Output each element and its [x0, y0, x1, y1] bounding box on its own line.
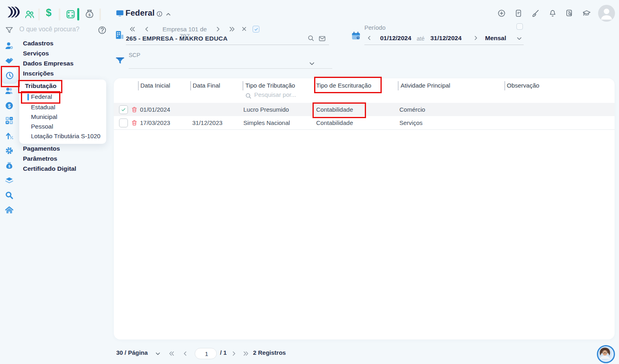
column-header-data-inicial[interactable]: Data Inicial — [140, 82, 170, 89]
next-company-button[interactable] — [214, 25, 222, 33]
sidebar-gear-icon[interactable] — [4, 146, 14, 155]
next-period-button[interactable] — [472, 35, 479, 41]
notifications-icon[interactable] — [548, 9, 557, 18]
period-end-date[interactable]: 31/12/2024 — [430, 35, 462, 42]
sidebar-item-certificado-digital[interactable]: Certificado Digital — [23, 165, 76, 172]
module-money-bag-icon[interactable] — [84, 8, 95, 19]
next-page-button[interactable] — [230, 350, 237, 357]
tributacao-submenu: Tributação Federal Estadual Municipal Pe… — [19, 80, 106, 144]
column-header-tipo-escrituracao[interactable]: Tipo de Escrituração — [316, 82, 371, 89]
submenu-item-federal[interactable]: Federal — [31, 93, 52, 100]
period-start-date[interactable]: 01/12/2024 — [380, 35, 411, 42]
sidebar-item-pagamentos[interactable]: Pagamentos — [23, 145, 60, 152]
delete-row-icon[interactable] — [131, 106, 138, 113]
sidebar-money-bag-icon[interactable] — [4, 161, 14, 170]
previous-period-button[interactable] — [366, 35, 373, 41]
first-company-button[interactable] — [129, 25, 136, 33]
app-logo[interactable] — [7, 6, 21, 18]
graduation-cap-icon[interactable] — [582, 9, 591, 18]
module-dollar-icon[interactable]: $ — [46, 7, 51, 18]
monitor-icon — [115, 9, 124, 18]
document-icon[interactable] — [514, 9, 523, 18]
sidebar-home-icon[interactable] — [4, 205, 14, 215]
company-name[interactable]: 265 - EMPRESA - MAKRO EDUCA — [126, 35, 228, 42]
column-header-tipo-tributacao[interactable]: Tipo de Tributação — [245, 82, 295, 89]
column-header-observacao[interactable]: Observação — [507, 82, 539, 89]
period-label: Período — [364, 24, 386, 31]
period-mode-select[interactable]: Mensal — [485, 35, 506, 42]
company-mail-icon[interactable] — [318, 35, 326, 43]
add-icon[interactable] — [497, 9, 506, 18]
collapse-header-icon[interactable] — [165, 11, 172, 18]
cell-tipo-tributacao: Simples Nacional — [243, 119, 290, 126]
sidebar-search-icon[interactable] — [4, 190, 14, 200]
last-company-button[interactable] — [228, 25, 236, 33]
sidebar-clock-icon[interactable] — [2, 67, 18, 84]
previous-page-button[interactable] — [182, 350, 189, 357]
broom-icon[interactable] — [531, 9, 540, 18]
info-icon[interactable] — [156, 10, 163, 17]
submenu-item-lotacao-tributaria[interactable]: Lotação Tributária S-1020 — [31, 133, 101, 139]
submenu-item-municipal[interactable]: Municipal — [31, 113, 57, 121]
sidebar-user-settings-icon[interactable] — [4, 41, 14, 51]
module-people-icon[interactable] — [24, 9, 35, 20]
module-calculator-icon[interactable] — [65, 9, 76, 20]
period-mode-chevron-down-icon[interactable] — [516, 35, 523, 42]
column-header-data-final[interactable]: Data Final — [193, 82, 220, 89]
last-page-button[interactable] — [242, 350, 249, 357]
records-count: 2 Registros — [253, 349, 286, 356]
first-page-button[interactable] — [168, 350, 175, 357]
cell-tipo-escrituracao: Contabilidade — [316, 106, 353, 113]
table-row[interactable]: 01/01/2024 Lucro Presumido Contabilidade… — [114, 103, 615, 117]
column-header-atividade-principal[interactable]: Atividade Principal — [401, 82, 450, 89]
sidebar-item-dados-empresas[interactable]: Dados Empresas — [23, 60, 74, 67]
document-search-icon[interactable] — [565, 9, 574, 18]
sidebar-item-tributacao[interactable]: Tributação — [25, 82, 56, 90]
user-avatar[interactable] — [598, 5, 615, 22]
scp-filter-icon — [115, 56, 125, 66]
company-underline — [126, 45, 329, 45]
previous-company-button[interactable] — [143, 25, 151, 33]
module-separator — [59, 8, 60, 20]
page-number-input[interactable] — [195, 348, 218, 360]
per-page-chevron-down-icon[interactable] — [154, 350, 161, 357]
company-filter-checkbox[interactable] — [253, 26, 259, 33]
cell-atividade-principal: Serviços — [399, 119, 423, 126]
scp-label: SCP — [129, 52, 140, 58]
sidebar-dollar-icon[interactable] — [4, 101, 14, 110]
row-checkbox[interactable] — [119, 105, 128, 114]
sidebar-item-servicos[interactable]: Serviços — [23, 50, 49, 57]
submenu-item-estadual[interactable]: Estadual — [31, 104, 55, 111]
scp-underline — [129, 68, 332, 69]
sidebar-growth-percent-icon[interactable] — [4, 131, 14, 140]
sidebar-layers-icon[interactable] — [4, 176, 14, 185]
app-window: $ Federal Cadastros Serviços Dados Empre… — [0, 0, 619, 364]
sidebar-calculator-icon[interactable] — [4, 116, 14, 125]
company-search-icon[interactable] — [307, 34, 315, 42]
sidebar-handshake-icon[interactable] — [4, 56, 14, 65]
table-row[interactable]: 17/03/2023 31/12/2023 Simples Nacional C… — [114, 116, 615, 130]
total-pages-label: / 1 — [220, 349, 227, 356]
sidebar-people-icon[interactable] — [4, 86, 14, 96]
filter-icon[interactable] — [5, 26, 14, 35]
sidebar-item-inscricoes[interactable]: Inscrições — [23, 70, 54, 77]
cell-data-inicial: 17/03/2023 — [140, 119, 170, 126]
cell-atividade-principal: Comércio — [399, 106, 425, 113]
sidebar-item-parametros[interactable]: Parâmetros — [23, 155, 57, 162]
scp-chevron-down-icon[interactable] — [308, 60, 316, 67]
per-page-select[interactable]: 30 / Página — [116, 349, 148, 356]
building-icon — [114, 30, 125, 40]
table-search-input[interactable] — [253, 91, 319, 98]
page-title: Federal — [125, 8, 155, 18]
help-icon[interactable] — [97, 25, 107, 35]
period-checkbox[interactable] — [516, 23, 523, 30]
active-item-indicator — [27, 94, 29, 100]
active-module-indicator — [77, 8, 79, 20]
delete-row-icon[interactable] — [131, 119, 138, 127]
sidebar-item-cadastros[interactable]: Cadastros — [23, 40, 53, 47]
support-chat-avatar[interactable] — [597, 345, 615, 363]
submenu-item-pessoal[interactable]: Pessoal — [31, 123, 53, 130]
clear-company-icon[interactable] — [241, 26, 247, 32]
global-search-input[interactable] — [19, 25, 96, 33]
row-checkbox[interactable] — [119, 119, 128, 127]
